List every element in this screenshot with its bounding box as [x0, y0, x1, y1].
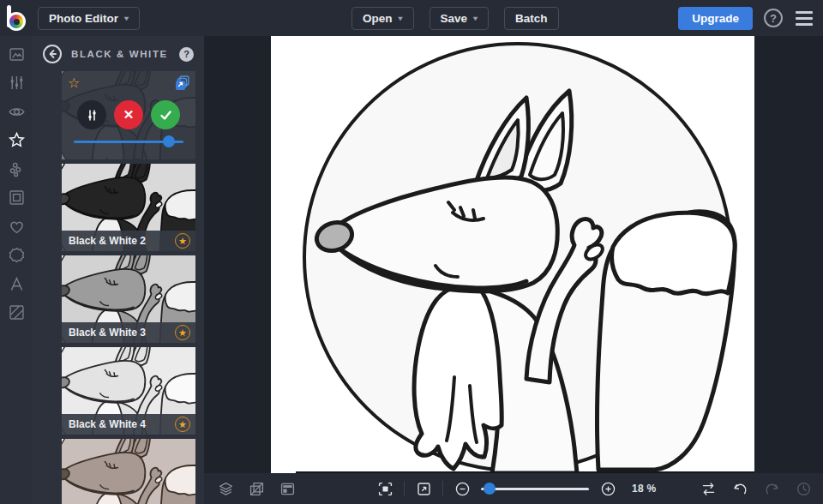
sidebar-item-frames-icon[interactable]	[7, 189, 26, 207]
filter-card[interactable]	[62, 439, 195, 504]
topbar-center-group: Open ▾ Save ▾ Batch	[351, 0, 559, 36]
filter-card[interactable]: Black & White 4 ★	[62, 347, 195, 435]
apply-filter-button[interactable]	[151, 100, 180, 129]
panel-help-icon[interactable]: ?	[179, 47, 194, 62]
zoom-out-icon[interactable]	[453, 479, 472, 498]
slider-handle[interactable]	[163, 135, 175, 147]
redo-icon[interactable]	[762, 479, 781, 498]
filter-list: ☆ ✕	[62, 71, 195, 504]
batch-apply-icon[interactable]	[175, 75, 190, 91]
workspace	[204, 36, 823, 473]
sidebar-item-effects-icon[interactable]	[7, 131, 26, 150]
sidebar-item-textures-icon[interactable]	[7, 303, 26, 322]
filter-preview-image	[62, 439, 195, 504]
cancel-filter-button[interactable]: ✕	[114, 100, 143, 129]
chevron-down-icon: ▾	[124, 15, 129, 22]
favorite-badge-icon[interactable]: ★	[175, 325, 190, 340]
app-switcher-button[interactable]: Photo Editor ▾	[38, 7, 140, 30]
chevron-down-icon: ▾	[473, 15, 478, 22]
sidebar-item-graphics-icon[interactable]	[7, 246, 26, 265]
favorite-badge-icon[interactable]: ★	[175, 233, 190, 249]
sidebar-item-overlays-icon[interactable]	[7, 217, 26, 236]
favorite-badge-icon[interactable]: ★	[175, 417, 190, 432]
sidebar-item-text-icon[interactable]	[7, 274, 26, 293]
sidebar-item-touch-up-icon[interactable]	[7, 102, 26, 121]
compare-icon[interactable]	[699, 479, 718, 498]
tool-rail	[0, 36, 33, 504]
zoom-slider-handle[interactable]	[484, 483, 496, 495]
history-icon[interactable]	[794, 479, 813, 498]
sidebar-item-artsy-icon[interactable]	[7, 159, 26, 178]
canvas-layout-icon[interactable]	[278, 479, 297, 498]
filter-label: Black & White 3	[69, 327, 146, 339]
chevron-down-icon: ▾	[399, 15, 403, 22]
filter-settings-button[interactable]	[77, 100, 106, 129]
zoom-slider[interactable]	[481, 483, 589, 495]
bottom-toolbar: 18 %	[204, 473, 823, 504]
sidebar-item-edit-photo-icon[interactable]	[7, 45, 26, 63]
fit-to-screen-icon[interactable]	[375, 479, 394, 498]
batch-button[interactable]: Batch	[504, 7, 559, 30]
filter-label: Black & White 4	[69, 418, 146, 430]
image-canvas[interactable]	[271, 36, 754, 473]
layers-icon[interactable]	[216, 479, 235, 498]
open-button[interactable]: Open ▾	[351, 7, 414, 30]
help-icon[interactable]: ?	[764, 9, 783, 27]
filter-card[interactable]: Black & White 3 ★	[62, 255, 195, 343]
sidebar-item-adjust-icon[interactable]	[7, 74, 26, 93]
undo-icon[interactable]	[730, 479, 749, 498]
topbar-right-group: Upgrade ?	[678, 0, 814, 36]
favorite-star-icon[interactable]: ☆	[68, 76, 80, 90]
hamburger-menu-icon[interactable]	[794, 9, 814, 27]
color-wheel-icon	[7, 12, 26, 31]
panel-title: BLACK & WHITE	[71, 49, 179, 59]
black-and-white-panel: BLACK & WHITE ? ☆ ✕	[33, 36, 204, 504]
befunky-logo[interactable]	[7, 5, 29, 31]
upgrade-button[interactable]: Upgrade	[678, 7, 753, 30]
back-button[interactable]	[43, 45, 62, 63]
filter-amount-slider[interactable]	[74, 135, 183, 147]
transform-icon[interactable]	[247, 479, 266, 498]
photo-editor-app: Photo Editor ▾ Open ▾ Save ▾ Batch Upgra…	[0, 0, 823, 504]
save-button[interactable]: Save ▾	[430, 7, 490, 30]
top-bar: Photo Editor ▾ Open ▾ Save ▾ Batch Upgra…	[0, 0, 823, 36]
filter-card-selected[interactable]: ☆ ✕	[62, 71, 195, 159]
zoom-value: 18 %	[632, 483, 657, 495]
full-view-icon[interactable]	[414, 479, 433, 498]
filter-label: Black & White 2	[69, 235, 146, 247]
zoom-in-icon[interactable]	[598, 479, 617, 498]
app-switcher-label: Photo Editor	[49, 12, 118, 25]
fox-artwork	[271, 36, 754, 473]
panel-header: BLACK & WHITE ?	[33, 36, 204, 72]
filter-card[interactable]: Black & White 2 ★	[62, 164, 195, 251]
